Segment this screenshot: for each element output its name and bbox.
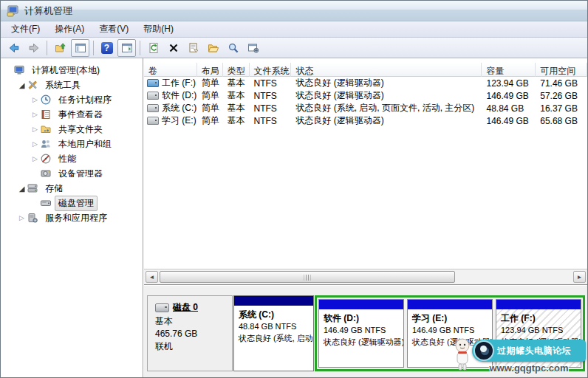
column-header-6[interactable]: 可用空间: [536, 63, 587, 77]
sidebar-item-tools[interactable]: ◢系统工具: [1, 78, 143, 92]
scroll-left-button[interactable]: ◄: [146, 271, 158, 283]
sidebar-item-services[interactable]: ▷服务和应用程序: [1, 210, 143, 225]
column-header-5[interactable]: 容量: [482, 63, 536, 77]
volume-name: 学习 (E:): [144, 114, 197, 127]
console-tree-button[interactable]: [71, 39, 89, 57]
sidebar-item-users[interactable]: ▷本地用户和组: [1, 137, 143, 151]
menu-item-3[interactable]: 帮助(H): [136, 21, 181, 38]
tree-expander-collapsed-icon[interactable]: ▷: [30, 111, 40, 118]
disk-icon: [155, 303, 169, 312]
console-tree-icon: [75, 42, 86, 54]
sidebar-item-performance[interactable]: ▷性能: [1, 151, 143, 166]
layout: 简单: [197, 114, 223, 127]
services-icon: [27, 212, 39, 224]
partition-size: 48.84 GB NTFS: [239, 320, 309, 332]
computer-icon: [13, 64, 26, 76]
find-button[interactable]: [224, 39, 242, 57]
status: 状态良好 (系统, 启动, 页面文件, 活动, 主分区): [291, 102, 482, 114]
tree-expander-collapsed-icon[interactable]: ▷: [30, 155, 40, 162]
column-header-3[interactable]: 文件系统: [250, 63, 292, 77]
sidebar-item-task-scheduler[interactable]: ▷任务计划程序: [1, 92, 143, 107]
disk-size: 465.76 GB: [155, 328, 232, 340]
disk-0-label[interactable]: 磁盘 0 基本 465.76 GB 联机: [147, 295, 233, 371]
partition-color-bar: [496, 300, 581, 309]
tree-expander-expanded-icon[interactable]: ◢: [17, 81, 27, 89]
right-pane: 卷布局类型文件系统状态容量可用空间 工作 (F:)简单基本NTFS状态良好 (逻…: [144, 58, 587, 377]
tree-expander-collapsed-icon[interactable]: ▷: [17, 214, 27, 221]
column-header-1[interactable]: 布局: [197, 63, 223, 77]
volume-name-text: 工作 (F:): [162, 77, 196, 89]
column-header-4[interactable]: 状态: [291, 63, 482, 77]
forward-button[interactable]: [24, 39, 43, 57]
volume-row[interactable]: 软件 (D:)简单基本NTFS状态良好 (逻辑驱动器)146.49 GB57.2…: [144, 89, 587, 102]
tree-item-label: 存储: [41, 181, 66, 196]
file-system: NTFS: [250, 116, 292, 126]
properties-button[interactable]: [184, 39, 202, 57]
mascot-graphic: [453, 337, 472, 374]
open-folder-button[interactable]: [204, 39, 222, 57]
console-pane-button[interactable]: [117, 39, 136, 57]
capacity: 123.94 GB: [482, 78, 536, 89]
properties-icon: [188, 42, 199, 54]
scroll-right-button[interactable]: ►: [573, 271, 586, 283]
toolbar: ?: [1, 38, 587, 58]
refresh-button[interactable]: [144, 39, 163, 57]
file-system: NTFS: [250, 78, 292, 89]
layout: 简单: [197, 89, 223, 102]
sidebar-item-device-manager[interactable]: 设备管理器: [1, 166, 143, 181]
layout: 简单: [197, 77, 223, 89]
menu-item-2[interactable]: 查看(V): [92, 21, 136, 38]
partition-name: 工作 (F:): [501, 312, 576, 324]
horizontal-scrollbar[interactable]: ◄ ►: [144, 269, 587, 285]
tree-item-label: 服务和应用程序: [41, 210, 111, 226]
tree-expander-collapsed-icon[interactable]: ▷: [30, 96, 40, 103]
partition-name: 软件 (D:): [324, 312, 399, 324]
sidebar-item-storage[interactable]: ◢存储: [1, 181, 143, 196]
sidebar-item-event-viewer[interactable]: ▷事件查看器: [1, 107, 143, 122]
volume-row[interactable]: 系统 (C:)简单基本NTFS状态良好 (系统, 启动, 页面文件, 活动, 主…: [144, 102, 587, 114]
tree-item-label: 性能: [55, 151, 80, 167]
tree-item-label: 设备管理器: [55, 166, 106, 182]
shared-folders-icon: [40, 123, 52, 135]
forum-logo-icon: [474, 340, 494, 361]
tree-item-label: 任务计划程序: [55, 92, 115, 108]
tree-expander-collapsed-icon[interactable]: ▷: [30, 140, 40, 148]
sidebar-item-disk-management[interactable]: 磁盘管理: [1, 196, 143, 210]
tree-expander-expanded-icon[interactable]: ◢: [17, 185, 27, 193]
snapin-button[interactable]: [244, 39, 262, 57]
column-header-0[interactable]: 卷: [144, 63, 197, 77]
up-folder-button[interactable]: [51, 39, 69, 57]
help-button[interactable]: ?: [98, 39, 116, 57]
sidebar-item-shared-folders[interactable]: ▷共享文件夹: [1, 122, 143, 137]
volume-name: 软件 (D:): [144, 89, 197, 102]
title-bar[interactable]: 计算机管理: [1, 1, 587, 21]
menu-bar: 文件(F)操作(A)查看(V)帮助(H): [1, 21, 587, 38]
scrollbar-thumb[interactable]: [160, 271, 455, 283]
menu-item-1[interactable]: 操作(A): [47, 21, 92, 38]
volume-row[interactable]: 工作 (F:)简单基本NTFS状态良好 (逻辑驱动器)123.94 GB71.4…: [144, 77, 587, 89]
sidebar-item-computer[interactable]: 计算机管理(本地): [1, 63, 143, 78]
back-icon: [8, 42, 20, 54]
primary-partition-slot: 系统 (C:)48.84 GB NTFS状态良好 (系统, 启动, 页面文件, …: [233, 295, 314, 371]
partition-info: 软件 (D:)146.49 GB NTFS状态良好 (逻辑驱动器): [319, 309, 403, 367]
partition-d[interactable]: 软件 (D:)146.49 GB NTFS状态良好 (逻辑驱动器): [318, 299, 404, 368]
back-button[interactable]: [4, 39, 23, 57]
partition-name: 学习 (E:): [412, 312, 488, 324]
tree-expander-collapsed-icon[interactable]: ▷: [30, 126, 40, 133]
tree-item-label: 共享文件夹: [55, 122, 106, 137]
partition-size: 146.49 GB NTFS: [412, 324, 488, 336]
tree-item-label: 事件查看器: [55, 107, 106, 123]
disk-management-icon: [40, 197, 52, 209]
volume-row[interactable]: 学习 (E:)简单基本NTFS状态良好 (逻辑驱动器)146.49 GB65.6…: [144, 114, 587, 127]
partition-c[interactable]: 系统 (C:)48.84 GB NTFS状态良好 (系统, 启动, 页面文件, …: [233, 295, 314, 371]
forward-icon: [28, 42, 40, 54]
partition-color-bar: [319, 300, 403, 309]
menu-item-0[interactable]: 文件(F): [4, 21, 47, 38]
capacity: 146.49 GB: [482, 116, 536, 126]
column-header-2[interactable]: 类型: [223, 63, 250, 77]
partition-size: 146.49 GB NTFS: [324, 324, 399, 336]
file-system: NTFS: [250, 91, 292, 101]
delete-button[interactable]: [164, 39, 182, 57]
type: 基本: [223, 89, 250, 102]
tree-item-label: 计算机管理(本地): [28, 63, 103, 78]
